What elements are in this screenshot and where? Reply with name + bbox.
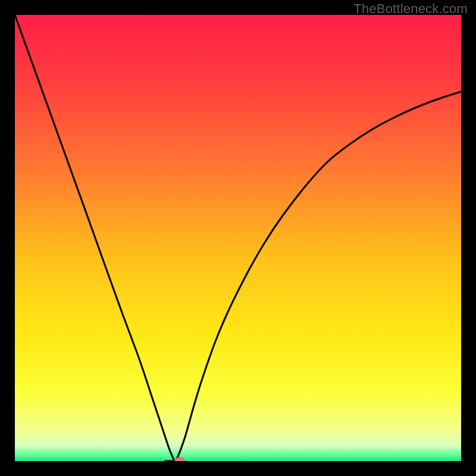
chart-frame: TheBottleneck.com	[0, 0, 476, 476]
gradient-background	[15, 15, 461, 461]
chart-plot	[15, 15, 461, 461]
